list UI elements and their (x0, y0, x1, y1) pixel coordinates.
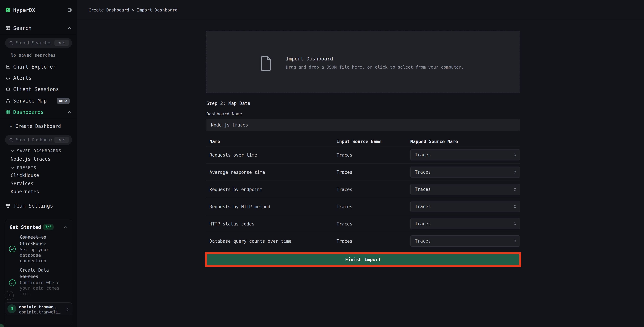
chat-launcher-sliver (0, 324, 4, 327)
laptop-icon (6, 87, 10, 92)
chevron-down-icon (11, 150, 14, 152)
row-input-source: Traces (336, 170, 352, 175)
get-started-item-description: Configure where your data comes from (20, 280, 62, 296)
table-row: Average response time Traces Traces (206, 164, 520, 181)
mapped-source-select[interactable]: Traces (410, 201, 520, 212)
step-title: Step 2: Map Data (206, 101, 250, 106)
table-row: Database query counts over time Traces T… (206, 232, 520, 250)
bell-icon (6, 76, 10, 80)
select-value: Traces (410, 152, 513, 158)
dashboard-name-label: Dashboard Name (206, 112, 242, 116)
chevron-up-down-icon (513, 221, 520, 226)
sidebar-item-label: Service Map (13, 98, 47, 104)
finish-import-button[interactable]: Finish Import (207, 254, 519, 265)
table-icon (6, 26, 10, 30)
import-dropzone[interactable] (206, 31, 520, 93)
sidebar-item-label: Dashboards (13, 109, 44, 115)
gear-icon (6, 203, 10, 208)
chevron-up-down-icon (513, 204, 520, 209)
check-circle-icon (8, 245, 16, 253)
chevron-up-down-icon (513, 238, 520, 244)
row-input-source: Traces (336, 187, 352, 192)
presets-group-header[interactable]: PRESETS (11, 166, 36, 170)
table-row: Requests by HTTP method Traces Traces (206, 198, 520, 215)
select-value: Traces (410, 221, 513, 226)
mapped-source-select[interactable]: Traces (410, 236, 520, 246)
user-account-card[interactable]: D dominic.tran@c… dominic.tran@cli… (5, 302, 72, 315)
mapped-source-select[interactable]: Traces (410, 166, 520, 178)
help-label: ? (8, 293, 10, 298)
shortcut-badge: ⌘ K (54, 137, 69, 143)
select-value: Traces (410, 238, 513, 244)
get-started-item-title[interactable]: Connect to ClickHouse (20, 234, 62, 247)
mapped-source-select[interactable]: Traces (410, 149, 520, 160)
mapped-source-select[interactable]: Traces (410, 184, 520, 195)
saved-searches-input[interactable]: Saved Searches ⌘ K (5, 38, 72, 48)
row-input-source: Traces (336, 239, 352, 244)
get-started-item-description: Set up your database connection (20, 247, 62, 264)
row-input-source: Traces (336, 222, 352, 226)
shortcut-badge: ⌘ K (54, 40, 69, 46)
divider (0, 34, 77, 34)
select-value: Traces (410, 204, 513, 209)
saved-dashboards-input[interactable]: Saved Dashboards ⌘ K (5, 135, 72, 145)
sidebar-item-client-sessions[interactable]: Client Sessions (0, 86, 77, 92)
header-divider (77, 20, 644, 20)
group-label: PRESETS (17, 166, 36, 170)
sidebar-preset-kubernetes[interactable]: Kubernetes (11, 189, 39, 194)
row-name: Requests by HTTP method (210, 204, 270, 209)
table-row: HTTP status codes Traces Traces (206, 215, 520, 232)
breadcrumb-separator: > (132, 8, 134, 12)
search-icon (9, 138, 13, 142)
row-input-source: Traces (336, 204, 352, 209)
sidebar-bottom-divider (0, 326, 77, 326)
sidebar-item-dashboards[interactable]: Dashboards (0, 108, 77, 115)
chevron-up-icon[interactable] (68, 27, 72, 30)
panel-collapse-icon (67, 8, 72, 12)
hyperdx-logo-icon (5, 7, 11, 13)
sidebar-item-alerts[interactable]: Alerts (0, 74, 77, 81)
table-row: Requests by endpoint Traces Traces (206, 181, 520, 198)
row-name: Requests over time (210, 152, 257, 158)
sidebar-item-label: Alerts (13, 75, 32, 81)
sidebar-item-team-settings[interactable]: Team Settings (0, 202, 77, 209)
mapped-source-select[interactable]: Traces (410, 218, 520, 229)
sidebar-collapse-button[interactable] (67, 8, 72, 12)
saved-dashboards-group-header[interactable]: SAVED DASHBOARDS (11, 149, 61, 153)
avatar: D (8, 304, 16, 313)
sidebar-dashboard-item-nodejs-traces[interactable]: Node.js traces (11, 156, 50, 162)
sidebar-item-chart-explorer[interactable]: Chart Explorer (0, 63, 77, 70)
dropzone-title: Import Dashboard (286, 56, 333, 62)
chevron-down-icon (11, 167, 14, 169)
help-button[interactable]: ? (4, 291, 14, 300)
sidebar-preset-services[interactable]: Services (11, 181, 34, 186)
select-value: Traces (410, 187, 513, 192)
table-row: Requests over time Traces Traces (206, 146, 520, 164)
dashboard-name-input[interactable] (206, 119, 520, 131)
saved-searches-placeholder: Saved Searches (16, 40, 52, 46)
saved-dashboards-placeholder: Saved Dashboards (16, 137, 52, 142)
no-saved-searches-text: No saved searches (11, 53, 56, 58)
sidebar-section-label: Search (13, 25, 32, 31)
service-map-icon (6, 98, 10, 103)
chevron-up-down-icon (513, 187, 520, 192)
row-name: HTTP status codes (210, 222, 254, 226)
user-name: dominic.tran@c… (19, 305, 56, 310)
dashboards-grid-icon (6, 110, 10, 114)
get-started-progress-badge: 3/3 (43, 224, 54, 230)
breadcrumb-parent[interactable]: Create Dashboard (88, 8, 129, 12)
beta-badge: BETA (57, 98, 70, 104)
sidebar-section-search[interactable]: Search (0, 25, 77, 32)
search-icon (9, 41, 13, 45)
sidebar-item-label: Chart Explorer (13, 64, 56, 70)
breadcrumb-current: Import Dashboard (137, 8, 178, 12)
file-icon (260, 56, 272, 71)
chevron-up-icon[interactable] (68, 111, 72, 113)
chevron-up-icon[interactable] (64, 226, 68, 228)
create-dashboard-button[interactable]: + Create Dashboard (10, 124, 61, 129)
row-name: Requests by endpoint (210, 187, 262, 192)
chevron-up-down-icon (513, 170, 520, 175)
check-circle-icon (8, 279, 16, 286)
sidebar-preset-clickhouse[interactable]: ClickHouse (11, 172, 39, 178)
get-started-item-title[interactable]: Create Data Sources (20, 267, 62, 280)
